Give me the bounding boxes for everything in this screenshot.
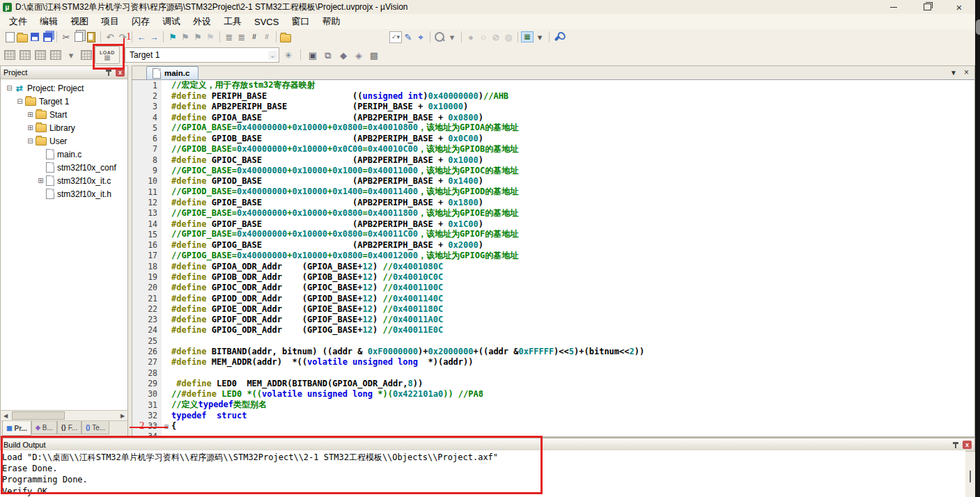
pack-installer-icon[interactable]: ◈ bbox=[352, 49, 365, 61]
copy-icon[interactable] bbox=[72, 31, 85, 43]
code-line[interactable]: 29 #define LED0 MEM_ADDR(BITBAND(GPIOA_O… bbox=[132, 378, 974, 388]
code-line[interactable]: 32typedef struct bbox=[132, 410, 974, 420]
code-line[interactable]: 31//定义typedef类型别名 bbox=[132, 400, 974, 410]
breakpoint-icon[interactable]: ● bbox=[465, 31, 477, 43]
code-line[interactable]: 8#define GPIOC_BASE (APB2PERIPH_BASE + 0… bbox=[132, 155, 974, 165]
scrollbar-thumb[interactable] bbox=[12, 411, 65, 420]
code-line[interactable]: 4#define GPIOA_BASE (APB2PERIPH_BASE + 0… bbox=[132, 112, 974, 123]
batch-build-icon[interactable] bbox=[49, 49, 62, 61]
find-in-files-icon[interactable]: ⌖ bbox=[414, 31, 427, 43]
code-line[interactable]: 22#define GPIOE_ODR_Addr (GPIOE_BASE+12)… bbox=[132, 303, 974, 314]
open-recent-icon[interactable] bbox=[279, 31, 292, 43]
translate-icon[interactable] bbox=[3, 49, 16, 61]
pin-icon[interactable] bbox=[952, 441, 959, 449]
tree-item-Start[interactable]: ⊞Start bbox=[1, 108, 127, 121]
comment-icon[interactable]: // bbox=[248, 31, 260, 43]
code-line[interactable]: 13//GPIOE_BASE=0x40000000+0x10000+0x0800… bbox=[132, 208, 974, 219]
code-line[interactable]: 14#define GPIOF_BASE (APB2PERIPH_BASE + … bbox=[132, 219, 974, 229]
tree-expander-icon[interactable]: ⊞ bbox=[36, 177, 45, 184]
stop-build-icon[interactable] bbox=[80, 49, 93, 61]
next-bookmark-icon[interactable]: ⚑ bbox=[192, 31, 204, 43]
manage-items-icon[interactable]: ▣ bbox=[306, 49, 319, 61]
clear-bookmarks-icon[interactable]: ⚑ bbox=[204, 31, 217, 43]
code-line[interactable]: 16#define GPIOG_BASE (APB2PERIPH_BASE + … bbox=[132, 239, 974, 250]
tree-item-Target-1[interactable]: ⊟Target 1 bbox=[1, 95, 127, 108]
close-document-icon[interactable]: × bbox=[964, 68, 969, 77]
code-line[interactable]: 6#define GPIOB_BASE (APB2PERIPH_BASE + 0… bbox=[132, 133, 974, 143]
code-line[interactable]: 5//GPIOA_BASE=0x40000000+0x10000+0x0800=… bbox=[132, 123, 974, 133]
find-dropdown-icon[interactable]: ▾ bbox=[446, 31, 458, 43]
menu-item-编辑[interactable]: 编辑 bbox=[33, 14, 64, 29]
code-line[interactable]: 2#define PERIPH_BASE ((unsigned int)0x40… bbox=[132, 90, 974, 101]
configure-words-icon[interactable]: ✎ bbox=[402, 31, 414, 43]
find-icon[interactable] bbox=[433, 31, 446, 43]
menu-item-工具[interactable]: 工具 bbox=[217, 14, 248, 29]
tree-item-stm32f10x-it.h[interactable]: stm32f10x_it.h bbox=[1, 187, 127, 200]
save-icon[interactable] bbox=[29, 31, 41, 43]
configure-icon[interactable] bbox=[552, 31, 565, 43]
menu-item-窗口[interactable]: 窗口 bbox=[285, 14, 316, 29]
tree-expander-icon[interactable]: ⊟ bbox=[15, 97, 24, 105]
prev-bookmark-icon[interactable]: ⚑ bbox=[179, 31, 192, 43]
code-line[interactable]: 19#define GPIOB_ODR_Addr (GPIOB_BASE+12)… bbox=[132, 271, 974, 282]
tree-item-User[interactable]: ⊟User bbox=[1, 134, 127, 148]
tree-expander-icon[interactable]: ⊞ bbox=[26, 111, 35, 118]
layout-dropdown-icon[interactable]: ▾ bbox=[534, 31, 546, 43]
close-button[interactable]: × bbox=[947, 0, 971, 14]
tab-books[interactable]: ◈B... bbox=[31, 421, 57, 434]
tree-item-Project-Project[interactable]: ⊟⇄Project: Project bbox=[1, 81, 127, 95]
code-line[interactable]: 20#define GPIOC_ODR_Addr (GPIOC_BASE+12)… bbox=[132, 283, 974, 293]
menu-item-视图[interactable]: 视图 bbox=[64, 14, 95, 29]
tree-item-stm32f10x-it.c[interactable]: ⊞stm32f10x_it.c bbox=[1, 174, 127, 187]
navigate-forward-icon[interactable]: → bbox=[148, 31, 160, 43]
code-line[interactable]: 11//GPIOD_BASE=0x40000000+0x10000+0x1400… bbox=[132, 187, 974, 197]
build-icon[interactable] bbox=[19, 49, 31, 61]
scroll-left-icon[interactable]: ◀ bbox=[1, 413, 10, 419]
code-line[interactable]: 30//#define LED0 *((volatile unsigned lo… bbox=[132, 389, 974, 400]
menu-item-文件[interactable]: 文件 bbox=[3, 14, 33, 29]
breakpoint-kill-icon[interactable]: ◍ bbox=[502, 31, 515, 43]
multi-project-icon[interactable]: ⧉ bbox=[322, 49, 334, 61]
code-line[interactable]: 33⊟{ bbox=[132, 421, 974, 432]
code-editor[interactable]: 1//宏定义，用于存放stm32寄存器映射2#define PERIPH_BAS… bbox=[132, 80, 974, 436]
code-line[interactable]: 9//GPIOC_BASE=0x40000000+0x10000+0x1000=… bbox=[132, 165, 974, 175]
menu-item-闪存[interactable]: 闪存 bbox=[125, 14, 156, 29]
new-file-icon[interactable] bbox=[3, 31, 16, 43]
menu-item-外设[interactable]: 外设 bbox=[187, 14, 217, 29]
code-line[interactable]: 21#define GPIOD_ODR_Addr (GPIOD_BASE+12)… bbox=[132, 293, 974, 303]
uncomment-icon[interactable]: // bbox=[260, 31, 273, 43]
code-line[interactable]: 1//宏定义，用于存放stm32寄存器映射 bbox=[132, 80, 974, 90]
code-line[interactable]: 27#define MEM_ADDR(addr) *((volatile uns… bbox=[132, 357, 974, 368]
outdent-icon[interactable]: ≣ bbox=[223, 31, 235, 43]
horizontal-scrollbar[interactable]: ◀ ▶ bbox=[1, 410, 127, 420]
code-line[interactable]: 7//GPIOB_BASE=0x40000000+0x10000+0x0C00=… bbox=[132, 144, 974, 155]
navigate-back-icon[interactable]: ← bbox=[135, 31, 148, 43]
target-select[interactable]: Target 1 ⌄ bbox=[125, 47, 279, 63]
minimize-button[interactable] bbox=[882, 0, 905, 14]
window-layout-icon[interactable] bbox=[521, 31, 534, 43]
code-line[interactable]: 25 bbox=[132, 336, 974, 346]
tree-expander-icon[interactable]: ⊟ bbox=[26, 137, 35, 145]
options-for-target-icon[interactable]: ✳ bbox=[282, 49, 295, 61]
tree-item-main.c[interactable]: main.c bbox=[1, 148, 127, 161]
code-line[interactable]: 3#define APB2PERIPH_BASE (PERIPH_BASE + … bbox=[132, 102, 974, 112]
menu-item-SVCS[interactable]: SVCS bbox=[248, 15, 285, 29]
restore-button[interactable] bbox=[915, 0, 939, 14]
pin-icon[interactable] bbox=[105, 69, 112, 77]
tab-functions[interactable]: {}F... bbox=[57, 421, 81, 434]
panel-close-icon[interactable]: x bbox=[963, 441, 972, 449]
breakpoint-enable-icon[interactable]: ○ bbox=[477, 31, 490, 43]
cut-icon[interactable]: ✂ bbox=[60, 31, 72, 43]
menu-item-帮助[interactable]: 帮助 bbox=[316, 14, 346, 29]
code-line[interactable]: 10#define GPIOD_BASE (APB2PERIPH_BASE + … bbox=[132, 176, 974, 187]
menu-item-项目[interactable]: 项目 bbox=[95, 14, 125, 29]
tree-item-stm32f10x-conf[interactable]: stm32f10x_conf bbox=[1, 161, 127, 174]
tab-templates[interactable]: ()Te... bbox=[81, 421, 109, 434]
code-line[interactable]: 15//GPIOF_BASE=0x40000000+0x10000+0x0800… bbox=[132, 229, 974, 239]
breakpoint-disable-icon[interactable]: ⊘ bbox=[490, 31, 502, 43]
open-file-icon[interactable] bbox=[16, 31, 29, 43]
bookmark-icon[interactable]: ⚑ bbox=[166, 31, 179, 43]
rebuild-icon[interactable] bbox=[34, 49, 47, 61]
indent-icon[interactable]: ≣ bbox=[235, 31, 248, 43]
tree-expander-icon[interactable]: ⊟ bbox=[5, 84, 14, 92]
